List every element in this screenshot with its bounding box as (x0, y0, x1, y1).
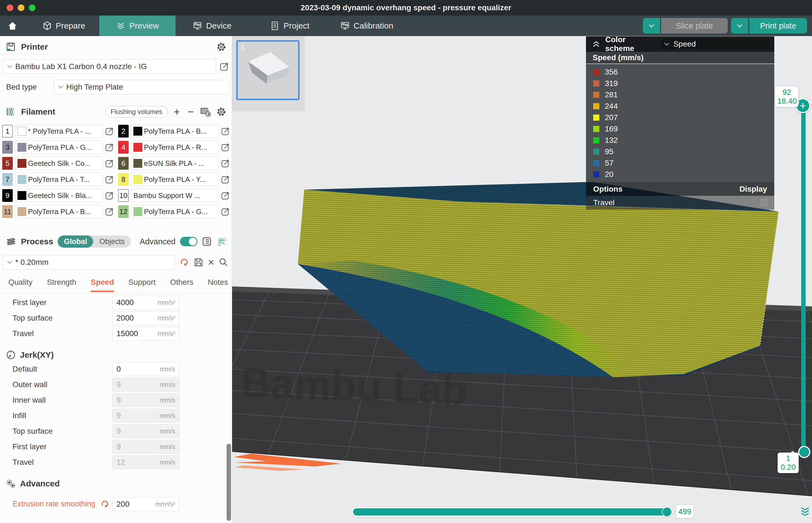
jerk-infill-input[interactable] (116, 411, 150, 420)
filament-number-badge[interactable]: 5 (2, 157, 13, 170)
filament-number-badge[interactable]: 11 (2, 205, 13, 218)
slice-plate-button[interactable]: Slice plate (661, 18, 728, 34)
edit-filament-icon[interactable] (105, 191, 114, 200)
ams-sync-icon[interactable] (200, 107, 212, 117)
home-button[interactable] (0, 16, 25, 36)
filament-number-badge[interactable]: 9 (2, 189, 13, 202)
jerk-top-surface-input[interactable] (116, 427, 150, 436)
sidebar-scrollbar[interactable] (227, 444, 231, 521)
add-filament-button[interactable]: + (172, 106, 182, 117)
edit-filament-icon[interactable] (221, 143, 230, 152)
edit-filament-icon[interactable] (221, 159, 230, 168)
edit-filament-icon[interactable] (221, 207, 230, 216)
tab-preview[interactable]: Preview (99, 16, 176, 36)
filament-select[interactable]: PolyTerra PLA - Y... (131, 173, 218, 186)
edit-filament-icon[interactable] (105, 207, 114, 216)
layer-slider-track[interactable] (801, 110, 806, 453)
filament-number-badge[interactable]: 12 (118, 205, 129, 218)
save-preset-icon[interactable] (194, 257, 203, 267)
move-slider-track[interactable] (351, 507, 673, 517)
close-window-button[interactable] (7, 4, 13, 11)
filament-number-badge[interactable]: 8 (118, 173, 129, 186)
process-preset-select[interactable]: * 0.20mm (3, 255, 175, 270)
edit-printer-icon[interactable] (219, 61, 229, 72)
chevron-down-icon (7, 65, 13, 68)
layer-slider-bottom-handle[interactable] (798, 446, 810, 458)
edit-filament-icon[interactable] (105, 143, 114, 152)
filament-select[interactable]: PolyTerra PLA - G... (15, 141, 103, 154)
filament-number-badge[interactable]: 6 (118, 157, 129, 170)
jerk-first-layer-input[interactable] (116, 442, 150, 451)
filament-select[interactable]: Geetech Silk - Co... (15, 157, 103, 170)
color-scheme-select[interactable]: Speed (660, 38, 771, 50)
minimize-window-button[interactable] (18, 4, 24, 11)
jerk-travel-input[interactable] (116, 458, 150, 467)
advanced-toggle[interactable] (180, 237, 197, 246)
filament-select[interactable]: PolyTerra PLA - T... (15, 173, 103, 186)
remove-filament-button[interactable]: − (186, 106, 196, 117)
filament-select[interactable]: PolyTerra PLA - B... (15, 205, 103, 218)
top-surface-accel-input[interactable] (116, 314, 150, 323)
edit-filament-icon[interactable] (221, 175, 230, 184)
tab-strength[interactable]: Strength (47, 278, 76, 291)
tab-others[interactable]: Others (170, 278, 193, 291)
filament-select[interactable]: PolyTerra PLA - B... (131, 125, 218, 138)
filament-number-badge[interactable]: 3 (2, 141, 13, 154)
travel-checkbox[interactable] (760, 199, 768, 206)
filament-number-badge[interactable]: 7 (2, 173, 13, 186)
filament-select[interactable]: Bambu Support W ... (131, 189, 218, 202)
plate-thumbnail[interactable]: 1 (236, 40, 300, 100)
filament-select[interactable]: eSUN Silk PLA - ... (131, 157, 218, 170)
filament-number-badge[interactable]: 4 (118, 141, 129, 154)
filament-select[interactable]: PolyTerra PLA - G... (131, 205, 218, 218)
first-layer-accel-input[interactable] (116, 298, 150, 307)
filament-item: 8 PolyTerra PLA - Y... (118, 173, 230, 186)
segment-objects[interactable]: Objects (93, 235, 131, 248)
jerk-outer-wall-input[interactable] (116, 380, 150, 389)
edit-filament-icon[interactable] (105, 126, 114, 136)
filament-number-badge[interactable]: 1 (2, 125, 13, 138)
tab-project[interactable]: Project (262, 16, 318, 36)
tab-quality[interactable]: Quality (8, 278, 33, 291)
filament-number-badge[interactable]: 2 (118, 125, 129, 138)
collapse-panel-icon[interactable] (592, 40, 601, 48)
filament-select[interactable]: PolyTerra PLA - R... (131, 141, 218, 154)
move-slider-handle[interactable] (662, 507, 672, 517)
reset-preset-icon[interactable] (179, 257, 189, 267)
slice-plate-dropdown-button[interactable] (643, 18, 660, 34)
delete-preset-icon[interactable]: × (208, 258, 214, 267)
filament-number-badge[interactable]: 10 (118, 189, 129, 202)
edit-filament-icon[interactable] (221, 126, 230, 136)
jerk-inner-wall-input[interactable] (116, 396, 150, 404)
parameter-search-gears-icon[interactable] (216, 237, 227, 247)
edit-filament-icon[interactable] (221, 191, 230, 200)
layers-stack-icon[interactable] (800, 505, 810, 518)
zoom-window-button[interactable] (29, 4, 36, 11)
print-plate-button[interactable]: Print plate (749, 18, 807, 34)
filament-settings-gear-icon[interactable] (216, 107, 227, 117)
printer-preset-select[interactable]: Bambu Lab X1 Carbon 0.4 nozzle - IG (3, 59, 216, 74)
tab-notes[interactable]: Notes (208, 278, 228, 291)
filament-select[interactable]: Geetech Silk - Bla... (15, 189, 103, 202)
extrusion-rate-smoothing-input[interactable] (116, 500, 150, 509)
tab-speed[interactable]: Speed (91, 278, 114, 292)
print-plate-dropdown-button[interactable] (731, 18, 748, 34)
tab-support[interactable]: Support (128, 278, 156, 291)
setting-label: Top surface (13, 427, 112, 436)
jerk-default-input[interactable] (116, 365, 150, 374)
printer-settings-gear-icon[interactable] (216, 41, 227, 52)
edit-filament-icon[interactable] (105, 175, 114, 184)
bed-type-select[interactable]: High Temp Plate (54, 80, 229, 94)
edit-filament-icon[interactable] (105, 159, 114, 168)
search-preset-icon[interactable] (218, 257, 229, 267)
parameter-list-icon[interactable] (202, 237, 212, 247)
tab-device[interactable]: Device (184, 16, 240, 36)
legend-value: 57 (605, 159, 613, 167)
tab-calibration[interactable]: Calibration (331, 16, 402, 36)
travel-accel-input[interactable] (116, 329, 150, 338)
filament-select[interactable]: * PolyTerra PLA - ... (15, 125, 103, 138)
flushing-volumes-button[interactable]: Flushing volumes (105, 106, 168, 118)
segment-global[interactable]: Global (58, 235, 93, 248)
undo-modified-icon[interactable] (100, 500, 110, 509)
tab-prepare[interactable]: Prepare (36, 16, 91, 36)
